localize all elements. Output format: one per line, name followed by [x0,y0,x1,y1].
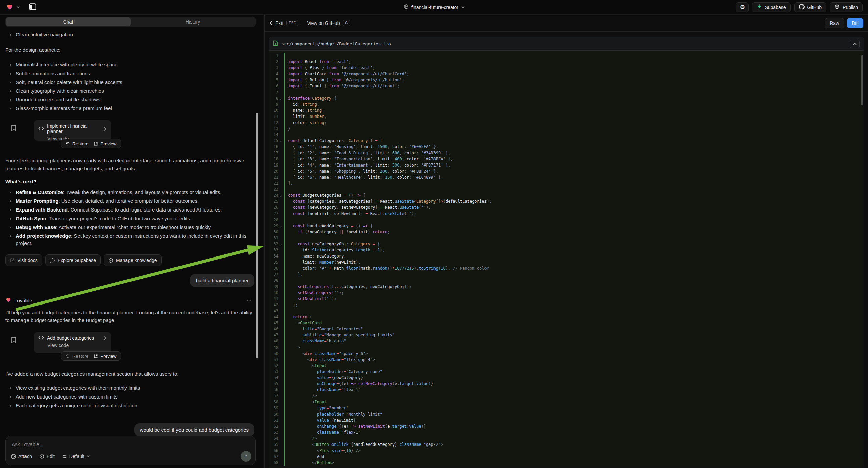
project-name: financial-future-creator [411,5,458,10]
toggle-sidebar-icon[interactable] [28,2,37,12]
code-line: 29⌄ const handleAddCategory = () => { [269,223,864,229]
manage-knowledge-button[interactable]: Manage knowledge [104,255,161,266]
code-line: 2import React from 'react'; [269,59,864,65]
chat-bubble-icon [50,258,55,263]
code-line: 52 <Input [269,362,864,369]
whats-next-bullet-list: Refine & Customize: Tweak the design, an… [5,188,254,248]
code-line: 19 { id: '4', name: 'Entertainment', lim… [269,162,864,168]
supabase-button[interactable]: Supabase [752,2,790,12]
code-line: 24⌄const BudgetCategories = () => { [269,193,864,198]
external-link-icon [94,142,98,146]
restore-button[interactable]: Restore [66,353,88,358]
github-button[interactable]: GitHub [794,2,827,12]
code-line: 50 <div className="space-y-6"> [269,351,864,356]
explore-supabase-button[interactable]: Explore Supabase [45,255,101,266]
knowledge-box-icon [108,258,114,263]
code-line: 38 [269,277,864,283]
code-line: 35 limit: Number(newLimit), [269,259,864,265]
version-card-add-budget-categories[interactable]: Add budget categories View code [34,332,112,353]
code-scrollbar-thumb[interactable] [861,55,863,106]
added-bullet-list: View existing budget categories with the… [5,384,254,410]
code-line: 27 const [newLimit, setNewLimit] = React… [269,210,864,216]
code-line: 3import { Plus } from 'lucide-react'; [269,65,864,71]
visit-docs-button[interactable]: Visit docs [5,255,42,266]
assistant-header: Lovable ⋯ [5,297,254,304]
code-line: 16 { id: '1', name: 'Housing', limit: 15… [269,144,864,150]
chat-scrollbar-thumb[interactable] [256,113,258,358]
view-on-github-button[interactable]: View on GitHub G [307,20,350,26]
code-line: 21 { id: '6', name: 'Healthcare', limit:… [269,174,864,180]
code-diff-area[interactable]: 12import React from 'react';3import { Pl… [269,51,864,466]
model-selector[interactable]: Default [62,454,90,459]
code-line: 57 /> [269,393,864,399]
view-code-link[interactable]: View code [47,343,107,348]
settings-button[interactable]: ⚙ [736,2,749,12]
supabase-label: Supabase [765,5,786,10]
preview-button[interactable]: Preview [94,353,117,358]
added-paragraph: I've added a new budget categories manag… [5,370,254,378]
github-label: GitHub [807,5,822,10]
code-line: 40 setNewCategory(''); [269,290,864,296]
bookmark-icon[interactable] [11,337,17,345]
code-line: 37 }; [269,271,864,277]
user-message-bubble: build a financial planner [190,274,254,287]
code-line: 43 [269,308,864,314]
code-line: 5import { Button } from '@/components/ui… [269,77,864,83]
restore-button[interactable]: Restore [66,141,88,146]
list-item: Add new budget categories with custom li… [5,392,254,401]
prompt-input[interactable]: Ask Lovable... [12,441,249,447]
user-message-row: would be cool if you could add budget ca… [5,423,254,436]
bookmark-icon[interactable] [11,124,17,133]
code-line: 68 </Button> [269,460,864,466]
diff-file-card: src/components/budget/BudgetCategories.t… [269,37,864,468]
code-line: 67 Add [269,454,864,460]
project-switcher[interactable]: financial-future-creator [403,4,465,10]
code-line: 47 subtitle="Manage your spending limits… [269,332,864,338]
lovable-heart-icon [5,297,11,304]
code-line: 64 /> [269,435,864,441]
raw-toggle-button[interactable]: Raw [825,18,844,28]
code-line: 41 setNewLimit(''); [269,296,864,302]
code-line: 11 limit: number; [269,114,864,119]
exit-button[interactable]: Exit ESC [270,20,298,26]
attach-button[interactable]: Attach [11,454,32,459]
code-line: 44 return ( [269,314,864,320]
preview-button[interactable]: Preview [94,141,117,146]
message-menu-icon[interactable]: ⋯ [246,297,252,304]
tab-chat[interactable]: Chat [6,18,130,26]
file-header[interactable]: src/components/budget/BudgetCategories.t… [269,37,864,51]
g-kbd-badge: G [343,20,350,26]
code-line: 36 color: '#' + Math.floor(Math.random()… [269,265,864,271]
gear-icon: ⚙ [740,4,745,11]
chat-scroll-area[interactable]: Clean, intuitive navigation For the desi… [0,27,265,436]
arrow-up-icon: ↑ [245,453,247,459]
version-card-title: Implement financial planner [47,123,101,134]
code-line: 26 const [newCategory, setNewCategory] =… [269,204,864,210]
lovable-logo-heart-icon[interactable] [6,3,13,12]
publish-button[interactable]: Publish [830,2,863,12]
version-card-implement-financial-planner[interactable]: Implement financial planner View code [34,120,112,141]
bullet-list-partial: Clean, intuitive navigation [5,30,254,39]
list-item: Soft, neutral color palette with light b… [5,78,254,87]
project-globe-icon [403,4,409,10]
send-button[interactable]: ↑ [241,451,251,462]
code-line: 22]; [269,180,864,186]
code-line: 56 className="flex-1" [269,387,864,393]
external-link-icon [10,258,15,263]
collapse-file-button[interactable] [849,39,860,48]
prompt-composer[interactable]: Ask Lovable... Attach Edit Default ↑ [5,436,256,465]
chevron-right-icon[interactable] [104,126,107,131]
chevron-right-icon[interactable] [104,336,107,341]
diff-toggle-button[interactable]: Diff [847,18,863,28]
list-item: Expand with Backend: Connect Supabase to… [5,205,254,214]
restore-preview-pill: Restore Preview [61,351,121,360]
workspace-chevron-down-icon[interactable] [17,4,20,10]
chat-panel: Chat History Clean, intuitive navigation… [0,15,265,468]
tab-history[interactable]: History [130,18,255,26]
version-card2-wrap: Add budget categories View code Restore … [34,332,254,360]
code-line: 20 { id: '5', name: 'Shopping', limit: 2… [269,168,864,174]
design-intro: For the design aesthetic: [5,46,254,54]
chat-history-tabs: Chat History [5,17,256,27]
edit-mode-button[interactable]: Edit [39,454,55,459]
supabase-icon [756,4,762,10]
